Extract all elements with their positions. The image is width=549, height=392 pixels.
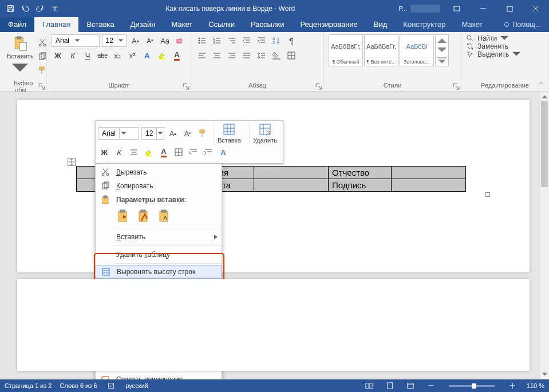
styles-scroll-down-icon[interactable] xyxy=(436,45,448,56)
zoom-value[interactable]: 110 % xyxy=(527,382,544,389)
chevron-down-icon[interactable] xyxy=(117,35,125,46)
justify-icon[interactable] xyxy=(240,49,253,62)
bullets-icon[interactable] xyxy=(196,34,208,47)
menu-distribute-rows[interactable]: Выровнять высоту строк xyxy=(96,265,222,279)
paste-merge-icon[interactable] xyxy=(137,208,152,224)
menu-paste-sub[interactable]: Вставить xyxy=(96,230,222,244)
minimize-icon[interactable] xyxy=(470,0,496,17)
paste-text-only-icon[interactable]: A xyxy=(157,208,172,224)
page-1[interactable]: Имя Отчество Дата Подпись Arial 12 A▴ A▾… xyxy=(17,100,530,272)
vertical-scrollbar[interactable] xyxy=(539,92,549,379)
line-spacing-icon[interactable] xyxy=(255,49,268,62)
bold-button[interactable]: Ж xyxy=(52,49,64,62)
tell-me[interactable]: Помощ... xyxy=(495,17,549,32)
italic-button[interactable]: К xyxy=(66,49,79,62)
tab-view[interactable]: Вид xyxy=(366,17,396,32)
indent-increase-icon[interactable] xyxy=(255,34,268,47)
shading-icon[interactable] xyxy=(270,49,283,62)
save-icon[interactable] xyxy=(3,2,17,15)
indent-decrease-icon[interactable] xyxy=(240,34,253,47)
scroll-up-icon[interactable] xyxy=(540,92,549,101)
table-cell[interactable]: Подпись xyxy=(329,179,392,192)
table-cell[interactable] xyxy=(392,179,466,192)
borders-icon[interactable] xyxy=(285,49,298,62)
mini-grow-font-icon[interactable]: A▴ xyxy=(167,127,179,140)
mini-shrink-font-icon[interactable]: A▾ xyxy=(181,127,194,140)
style-nospace[interactable]: АаБбВвГг,¶ Без инте... xyxy=(364,34,398,66)
tab-layout[interactable]: Макет xyxy=(163,17,200,32)
maximize-icon[interactable] xyxy=(496,0,523,17)
mini-indent-dec-icon[interactable] xyxy=(187,146,200,159)
close-icon[interactable] xyxy=(523,0,549,17)
status-words[interactable]: Слово 6 из 6 xyxy=(60,382,97,389)
mini-indent-inc-icon[interactable] xyxy=(202,146,215,159)
ribbon-display-icon[interactable] xyxy=(444,0,470,17)
mini-font-color-icon[interactable]: A xyxy=(157,146,170,159)
scroll-track[interactable] xyxy=(540,101,549,370)
align-right-icon[interactable] xyxy=(226,49,238,62)
zoom-slider[interactable] xyxy=(449,385,495,387)
qat-customize-icon[interactable] xyxy=(48,2,62,15)
zoom-thumb[interactable] xyxy=(472,383,476,389)
underline-button[interactable]: Ч xyxy=(81,49,94,62)
menu-delete-table[interactable]: Удалить таблицу xyxy=(96,248,222,262)
mini-styles-icon[interactable]: A xyxy=(217,146,230,159)
show-marks-icon[interactable]: ¶ xyxy=(285,34,298,47)
page-2[interactable] xyxy=(17,279,530,371)
superscript-button[interactable]: x² xyxy=(126,49,139,62)
mini-align-icon[interactable] xyxy=(128,146,140,159)
style-normal[interactable]: АаБбВвГг,¶ Обычный xyxy=(329,34,363,66)
spellcheck-icon[interactable] xyxy=(105,382,118,390)
tab-table-layout[interactable]: Макет xyxy=(453,17,491,32)
tab-table-design[interactable]: Конструктор xyxy=(395,17,453,32)
view-web-icon[interactable] xyxy=(404,382,417,390)
numbering-icon[interactable]: 123 xyxy=(211,34,223,47)
redo-icon[interactable] xyxy=(33,2,47,15)
table-cell[interactable]: Отчество xyxy=(329,167,392,179)
text-effects-icon[interactable]: A xyxy=(141,49,153,62)
menu-copy[interactable]: Копировать xyxy=(96,179,222,193)
menu-new-comment[interactable]: Создать примечание xyxy=(96,373,222,379)
style-heading1[interactable]: АаБбВіЗаголово... xyxy=(400,34,434,66)
align-left-icon[interactable] xyxy=(196,49,208,62)
status-page[interactable]: Страница 1 из 2 xyxy=(5,382,52,389)
styles-launcher-icon[interactable] xyxy=(453,82,460,89)
mini-size-combo[interactable]: 12 xyxy=(141,127,164,140)
chevron-down-icon[interactable] xyxy=(156,128,164,139)
change-case-icon[interactable]: Aa xyxy=(159,34,171,47)
select-button[interactable]: Выделить xyxy=(466,50,544,58)
table-resize-handle-icon[interactable] xyxy=(485,192,490,197)
table-move-handle-icon[interactable] xyxy=(68,158,76,166)
menu-cut[interactable]: ВВырезатьырезать xyxy=(96,165,222,179)
mini-format-painter-icon[interactable] xyxy=(196,127,209,140)
tab-file[interactable]: Файл xyxy=(0,17,34,32)
replace-button[interactable]: Заменить xyxy=(466,42,544,50)
styles-scroll-up-icon[interactable] xyxy=(436,35,448,45)
table-cell[interactable] xyxy=(392,167,466,179)
mini-borders-icon[interactable] xyxy=(172,146,185,159)
clear-format-icon[interactable] xyxy=(173,34,186,47)
font-color-icon[interactable]: A xyxy=(171,49,183,62)
tab-review[interactable]: Рецензирование xyxy=(292,17,365,32)
styles-expand-icon[interactable] xyxy=(436,56,448,66)
para-launcher-icon[interactable] xyxy=(315,82,322,89)
scroll-thumb[interactable] xyxy=(541,101,548,187)
chevron-down-icon[interactable] xyxy=(119,128,127,139)
clipboard-launcher-icon[interactable] xyxy=(38,82,45,89)
mini-font-combo[interactable]: Arial xyxy=(98,127,139,140)
collapse-ribbon-icon[interactable] xyxy=(535,78,547,89)
font-size-combo[interactable]: 12 xyxy=(102,34,127,47)
table-cell[interactable] xyxy=(254,167,329,179)
undo-icon[interactable] xyxy=(18,2,32,15)
grow-font-icon[interactable]: A▴ xyxy=(129,34,141,47)
zoom-in-icon[interactable] xyxy=(506,382,519,390)
mini-highlight-icon[interactable] xyxy=(143,146,155,159)
tab-references[interactable]: Ссылки xyxy=(200,17,243,32)
view-print-icon[interactable] xyxy=(384,382,396,390)
tab-mailings[interactable]: Рассылки xyxy=(243,17,292,32)
user-box[interactable]: Р... xyxy=(396,5,444,13)
multilevel-icon[interactable] xyxy=(226,34,238,47)
sort-icon[interactable]: AZ xyxy=(270,34,283,47)
tab-design[interactable]: Дизайн xyxy=(123,17,164,32)
zoom-out-icon[interactable] xyxy=(425,382,437,390)
